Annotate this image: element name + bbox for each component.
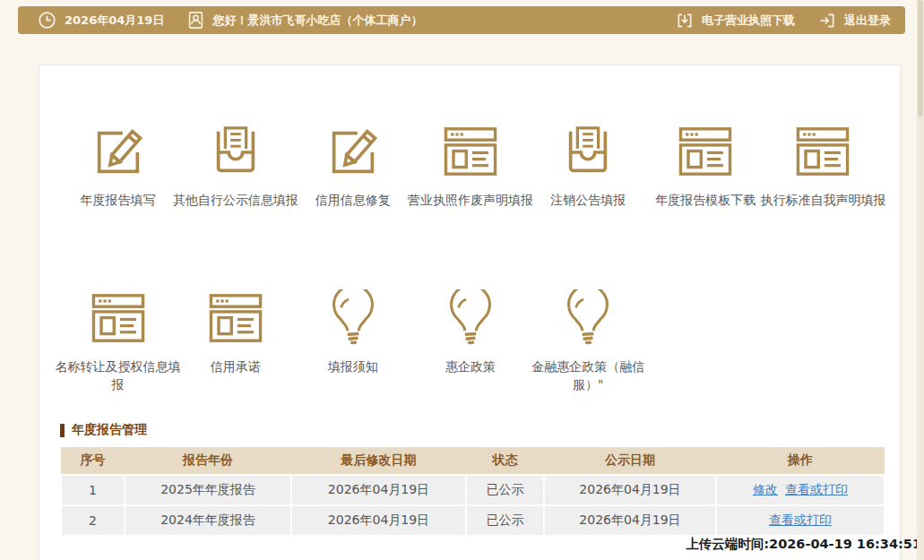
form-icon [59,284,177,352]
form-icon [177,284,294,352]
action-link[interactable]: 修改 [753,482,778,496]
form-icon [411,117,529,185]
shortcut-label: 营业执照作废声明填报 [404,191,536,209]
shortcut-item[interactable]: 信用信息修复 [294,117,411,209]
shortcut-item[interactable]: 执行标准自我声明填报 [764,117,882,209]
shortcut-item[interactable]: 金融惠企政策（融信服）" [530,284,647,394]
section-marker [60,424,65,437]
license-download-label: 电子营业执照下载 [702,13,795,29]
action-link[interactable]: 查看或打印 [785,482,848,496]
shortcut-label: 执行标准自我声明填报 [757,191,889,209]
shortcut-label: 名称转让及授权信息填报 [52,358,184,394]
cell-published: 2026年04月19日 [544,475,716,505]
form-icon [764,117,882,185]
shortcut-item[interactable]: 营业执照作废声明填报 [411,117,529,209]
shortcut-item[interactable]: 注销公告填报 [530,117,647,209]
shortcut-label: 填报须知 [287,358,419,375]
shortcut-label: 信用承诺 [169,358,301,375]
shortcut-label: 其他自行公示信息填报 [169,191,301,209]
download-icon [676,12,694,30]
clock-icon [38,11,56,30]
shortcut-label: 金融惠企政策（融信服）" [522,358,654,394]
column-header: 操作 [716,447,885,475]
cell-seq: 1 [61,475,125,505]
report-section-title: 年度报告管理 [60,422,147,438]
bulb-icon [294,284,411,352]
shortcut-item[interactable]: 年度报告填写 [59,117,177,209]
scrollbar[interactable] [917,0,924,560]
bulb-icon [411,284,529,352]
column-header: 报告年份 [125,447,291,475]
inbox-icon [530,117,647,185]
current-date: 2026年04月19日 [65,13,164,29]
main-panel: 年度报告填写 其他自行公示信息填报 信用信息修复 营业执照作废声明填报 注销公告… [39,65,901,560]
cell-actions: 查看或打印 [716,505,885,536]
cell-year: 2024年年度报告 [125,505,291,536]
scrollbar-thumb[interactable] [918,0,923,116]
bulb-icon [530,284,647,352]
cell-published: 2026年04月19日 [544,505,716,536]
cell-modified: 2026年04月19日 [291,505,466,536]
logout-icon [818,12,836,30]
shortcut-item[interactable]: 其他自行公示信息填报 [177,117,294,209]
logout-button[interactable]: 退出登录 [818,12,891,30]
column-header: 状态 [466,447,544,475]
top-bar: 2026年04月19日 您好！景洪市飞哥小吃店（个体工商户） 电子营业执照下载 [18,6,905,34]
shortcut-label: 惠企政策 [404,358,536,375]
cell-status: 已公示 [466,475,544,505]
shortcut-item[interactable]: 填报须知 [294,284,411,394]
cell-modified: 2026年04月19日 [291,475,466,505]
shortcut-row-1: 年度报告填写 其他自行公示信息填报 信用信息修复 营业执照作废声明填报 注销公告… [59,117,882,209]
annual-report-table: 序号报告年份最后修改日期状态公示日期操作 12025年年度报告2026年04月1… [60,447,885,537]
cell-seq: 2 [61,505,125,536]
edit-icon [59,117,177,185]
form-icon [647,117,764,185]
logout-label: 退出登录 [844,13,891,29]
table-row: 22024年年度报告2026年04月19日已公示2026年04月19日查看或打印 [61,505,885,536]
shortcut-item[interactable]: 名称转让及授权信息填报 [59,284,177,394]
cell-year: 2025年年度报告 [125,475,291,505]
user-badge-icon [187,11,204,30]
column-header: 公示日期 [544,447,716,475]
column-header: 最后修改日期 [291,447,466,475]
action-link[interactable]: 查看或打印 [769,513,832,527]
shortcut-label: 注销公告填报 [522,191,654,209]
inbox-icon [177,117,294,185]
license-download-button[interactable]: 电子营业执照下载 [676,12,795,30]
shortcut-label: 年度报告填写 [52,191,184,209]
column-header: 序号 [61,447,125,475]
report-table-header-row: 序号报告年份最后修改日期状态公示日期操作 [61,447,885,475]
cell-status: 已公示 [466,505,544,536]
table-row: 12025年年度报告2026年04月19日已公示2026年04月19日修改查看或… [61,475,885,505]
shortcut-item[interactable]: 信用承诺 [177,284,294,394]
shortcut-item[interactable]: 惠企政策 [411,284,529,394]
shortcut-row-2: 名称转让及授权信息填报 信用承诺 填报须知 惠企政策 金融惠企政策（融信服）" [59,284,882,394]
user-greeting: 您好！景洪市飞哥小吃店（个体工商户） [212,13,422,29]
section-title-text: 年度报告管理 [72,422,147,438]
shortcut-item[interactable]: 年度报告模板下载 [647,117,764,209]
shortcut-label: 年度报告模板下载 [640,191,772,209]
cell-actions: 修改查看或打印 [716,475,885,505]
shortcut-label: 信用信息修复 [287,191,419,209]
report-table-body: 12025年年度报告2026年04月19日已公示2026年04月19日修改查看或… [61,475,885,536]
edit-icon [294,117,411,185]
upload-time-text: 上传云端时间:2026-04-19 16:34:51 [686,536,921,553]
